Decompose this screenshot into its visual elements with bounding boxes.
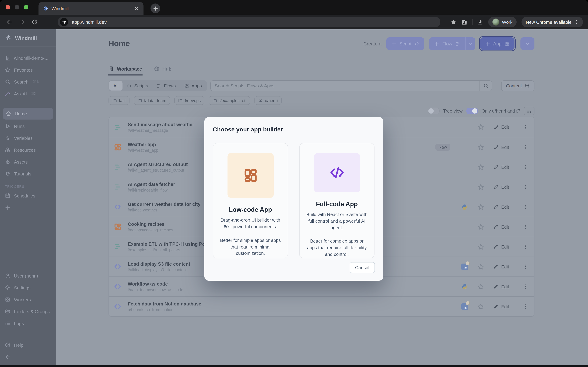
- sidebar-collapse-button[interactable]: [0, 351, 56, 363]
- edit-button[interactable]: Edit: [493, 284, 514, 289]
- app-dropdown-button[interactable]: [520, 37, 535, 50]
- tab-workspace[interactable]: Workspace: [109, 66, 142, 75]
- row-menu-button[interactable]: [523, 164, 528, 170]
- browser-tab[interactable]: Windmill: [38, 2, 144, 15]
- search-input[interactable]: [210, 80, 480, 91]
- sidebar-item-schedules[interactable]: Schedules: [0, 190, 56, 202]
- favorite-star-icon[interactable]: [477, 144, 484, 150]
- filter-flows[interactable]: Flows: [152, 81, 180, 91]
- favorite-star-icon[interactable]: [477, 283, 484, 290]
- download-icon[interactable]: [477, 19, 483, 25]
- more-filters-button[interactable]: [524, 107, 535, 115]
- favorite-star-icon[interactable]: [477, 124, 484, 130]
- flow-button-label: Flow: [442, 41, 452, 46]
- row-menu-button[interactable]: [523, 144, 528, 150]
- filter-apps[interactable]: Apps: [180, 81, 206, 91]
- sidebar-item-favorites[interactable]: Favorites: [0, 64, 56, 76]
- code-slash-icon: [329, 165, 345, 180]
- sidebar-item-folders-groups[interactable]: Folders & Groups: [0, 306, 56, 317]
- tree-view-toggle[interactable]: [428, 108, 440, 114]
- edit-button[interactable]: Edit: [493, 165, 514, 170]
- address-bar[interactable]: app.windmill.dev: [58, 17, 440, 27]
- close-window-button[interactable]: [6, 5, 10, 9]
- content-search-button[interactable]: Content: [501, 80, 535, 91]
- favorite-star-icon[interactable]: [477, 204, 484, 210]
- sidebar-item-logs[interactable]: Logs: [0, 317, 56, 329]
- zoom-window-button[interactable]: [24, 5, 28, 9]
- kebab-menu-icon[interactable]: [574, 20, 579, 25]
- favorite-star-icon[interactable]: [477, 224, 484, 230]
- low-code-app-card[interactable]: Low-code App Drag-and-drop UI builder wi…: [213, 143, 288, 258]
- flow-dropdown-button[interactable]: [466, 41, 475, 46]
- edit-button[interactable]: Edit: [493, 125, 514, 130]
- filter-all[interactable]: All: [109, 81, 123, 91]
- sidebar-item-home[interactable]: Home: [3, 108, 53, 119]
- row-menu-button[interactable]: [523, 264, 528, 269]
- gear-icon: [5, 285, 10, 291]
- chip-f-examples-etl[interactable]: f/examples_etl: [209, 96, 250, 105]
- sidebar-item-resources[interactable]: Resources: [0, 144, 56, 156]
- row-menu-button[interactable]: [523, 224, 528, 230]
- row-menu-button[interactable]: [523, 244, 528, 250]
- filter-scripts[interactable]: Scripts: [123, 81, 152, 91]
- edit-button[interactable]: Edit: [493, 224, 514, 229]
- update-chrome-button[interactable]: New Chrome available: [521, 17, 583, 27]
- home-label: Home: [15, 111, 27, 116]
- create-app-button[interactable]: App: [480, 37, 515, 50]
- sidebar-item-variables[interactable]: $ Variables: [0, 132, 56, 144]
- chip-u-henri[interactable]: u/henri: [254, 96, 282, 105]
- site-settings-icon[interactable]: [60, 18, 68, 26]
- edit-button[interactable]: Edit: [493, 244, 514, 249]
- sidebar-item-user[interactable]: User (henri): [0, 270, 56, 282]
- new-tab-button[interactable]: [150, 3, 160, 13]
- chip-f-data-team[interactable]: f/data_team: [134, 96, 170, 105]
- sidebar-item-tutorials[interactable]: Tutorials: [0, 168, 56, 180]
- edit-button[interactable]: Edit: [493, 304, 514, 309]
- bookmark-star-icon[interactable]: [450, 19, 456, 25]
- row-menu-button[interactable]: [523, 184, 528, 190]
- sidebar-item-settings[interactable]: Settings: [0, 282, 56, 294]
- favorite-star-icon[interactable]: [477, 243, 484, 250]
- edit-button[interactable]: Edit: [493, 204, 514, 209]
- sidebar-logo[interactable]: Windmill: [0, 29, 56, 45]
- row-menu-button[interactable]: [523, 124, 528, 130]
- full-code-app-card[interactable]: Full-code App Build with React or Svelte…: [299, 143, 374, 258]
- flow-icon: [114, 183, 121, 191]
- chip-f-all[interactable]: f/all: [109, 96, 129, 105]
- minimize-window-button[interactable]: [15, 5, 19, 9]
- create-script-button[interactable]: Script: [386, 37, 424, 50]
- sidebar-item-help[interactable]: Help: [0, 339, 56, 351]
- chip-f-devops[interactable]: f/devops: [174, 96, 205, 105]
- search-submit-button[interactable]: [480, 80, 492, 91]
- list-item[interactable]: Fetch data from Notion database u/henri/…: [109, 296, 534, 316]
- tab-close-icon[interactable]: [134, 6, 139, 11]
- profile-button[interactable]: Work: [488, 17, 517, 27]
- sidebar-add-trigger-button[interactable]: [0, 202, 56, 214]
- row-menu-button[interactable]: [523, 284, 528, 289]
- sidebar-item-workers[interactable]: Workers: [0, 294, 56, 306]
- create-flow-button[interactable]: Flow: [429, 41, 465, 46]
- edit-button[interactable]: Edit: [493, 144, 514, 150]
- back-icon[interactable]: [6, 19, 13, 25]
- row-menu-button[interactable]: [523, 304, 528, 309]
- extensions-icon[interactable]: [461, 19, 467, 25]
- favorite-star-icon[interactable]: [477, 184, 484, 190]
- forward-icon[interactable]: [19, 19, 25, 25]
- sidebar-item-runs[interactable]: Runs: [0, 120, 56, 132]
- sidebar-item-ask-ai[interactable]: Ask AI ⌘L: [0, 88, 56, 100]
- sidebar-item-assets[interactable]: Assets: [0, 156, 56, 168]
- favorite-star-icon[interactable]: [477, 303, 484, 310]
- sidebar-item-search[interactable]: Search ⌘k: [0, 76, 56, 88]
- favorite-star-icon[interactable]: [477, 263, 484, 270]
- low-code-tile: [227, 153, 274, 198]
- row-menu-button[interactable]: [523, 204, 528, 210]
- sidebar-item-workspace[interactable]: windmill-demo-...: [0, 52, 56, 64]
- favorite-star-icon[interactable]: [477, 164, 484, 170]
- window-controls[interactable]: [6, 5, 28, 9]
- edit-button[interactable]: Edit: [493, 184, 514, 190]
- reload-icon[interactable]: [32, 19, 38, 25]
- tab-hub[interactable]: Hub: [154, 66, 172, 75]
- edit-button[interactable]: Edit: [493, 264, 514, 269]
- only-owner-toggle[interactable]: [466, 108, 478, 114]
- cancel-button[interactable]: Cancel: [349, 262, 375, 273]
